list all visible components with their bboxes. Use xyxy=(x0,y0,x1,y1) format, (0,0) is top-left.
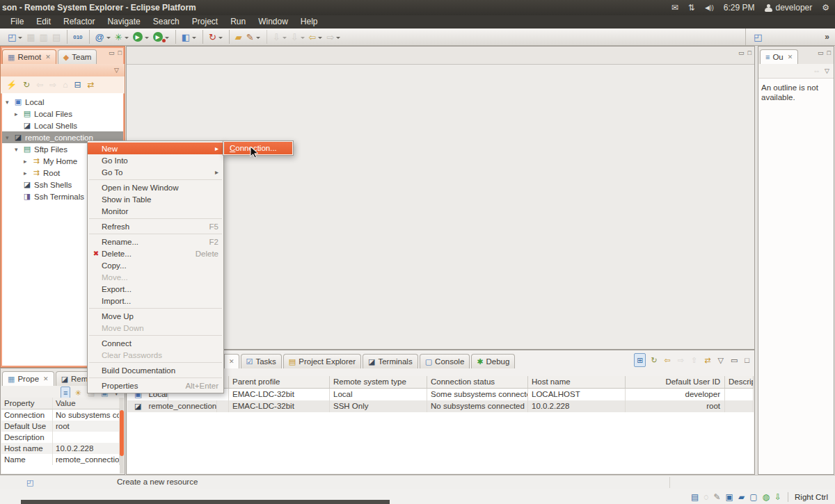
annotation-button[interactable]: ✎ xyxy=(244,30,262,44)
menu-item-export[interactable]: Export... ▸ xyxy=(88,283,223,295)
maximize-icon[interactable]: □ xyxy=(827,49,831,56)
view-menu-icon[interactable]: ▽ xyxy=(825,67,829,74)
session-gear-icon[interactable]: ⚙ xyxy=(822,3,829,13)
column-header-remote-system-type[interactable]: Remote system type xyxy=(330,376,427,388)
open-folder-button[interactable]: ▰ xyxy=(229,30,244,44)
save-button[interactable]: ▦ xyxy=(24,30,37,44)
menu-item-move-down[interactable]: Move Down ▸ xyxy=(88,322,223,334)
tree-item-local-files[interactable]: ▸ ▤ Local Files xyxy=(2,108,123,120)
column-header-description[interactable]: Description xyxy=(725,376,754,388)
tab-debug[interactable]: ✱ Debug xyxy=(471,354,515,368)
up-button[interactable]: ⇧ xyxy=(689,354,699,366)
menu-item-show-in-table[interactable]: Show in Table ▸ xyxy=(88,193,223,205)
mail-icon[interactable]: ✉ xyxy=(671,3,678,13)
menu-bar-item[interactable]: Navigate xyxy=(101,15,146,29)
menu-item-go-into[interactable]: Go Into ▸ xyxy=(88,154,223,166)
expander-icon[interactable]: ▾ xyxy=(15,146,22,153)
menu-item-new[interactable]: New ▸ xyxy=(88,143,223,154)
expander-icon[interactable]: ▾ xyxy=(6,134,13,141)
expander-icon[interactable]: ▾ xyxy=(6,99,13,106)
menu-item-rename[interactable]: Rename... F2 ▸ xyxy=(88,236,223,247)
forward-button[interactable]: ⇨ xyxy=(676,354,686,366)
hdd-icon[interactable]: ▤ xyxy=(691,493,699,501)
menu-item-refresh[interactable]: Refresh F5 ▸ xyxy=(88,220,223,232)
shared-folder-icon[interactable]: ▰ xyxy=(738,493,745,501)
binary-console-button[interactable]: 010 xyxy=(67,30,84,44)
user-menu[interactable]: developer xyxy=(765,3,813,13)
show-advanced-button[interactable]: ✳ xyxy=(72,387,83,398)
tab-console[interactable]: ▢ Console xyxy=(420,354,470,368)
next-edit-location-button[interactable]: ⇩ xyxy=(289,30,307,44)
maximize-icon[interactable]: □ xyxy=(118,49,122,56)
menu-bar-item[interactable]: Window xyxy=(252,15,294,29)
menu-item-import[interactable]: Import... ▸ xyxy=(88,295,223,307)
menu-item-go-to[interactable]: Go To ▸ xyxy=(88,166,223,178)
column-header-value[interactable]: Value xyxy=(53,398,120,409)
view-menu-button[interactable]: ▽ xyxy=(715,354,725,366)
menu-bar-item[interactable]: Help xyxy=(294,15,324,29)
mail-button[interactable]: @ xyxy=(89,30,113,44)
table-row-remote-connection[interactable]: ◪remote_connection EMAC-LDC-32bit SSH On… xyxy=(127,400,754,412)
define-connection-button[interactable]: ⚡ xyxy=(4,78,19,92)
tab-remote-systems-details-partial[interactable]: ✕ xyxy=(224,354,239,368)
tab-remote-systems[interactable]: ▦ Remot ✕ xyxy=(2,49,56,64)
tab-team[interactable]: ◆ Team ✕ xyxy=(58,49,97,64)
menu-item-copy[interactable]: Copy... ▸ xyxy=(88,259,223,271)
expander-icon[interactable]: ▸ xyxy=(24,158,31,165)
menu-item-move-up[interactable]: Move Up ▸ xyxy=(88,310,223,322)
properties-scrollbar[interactable] xyxy=(120,398,124,473)
maximize-button[interactable]: □ xyxy=(742,354,752,366)
minimize-button[interactable]: ▭ xyxy=(729,354,740,366)
open-perspective-button[interactable]: ◰ xyxy=(752,30,764,44)
serial-icon[interactable]: ✎ xyxy=(714,493,721,501)
tree-item-local[interactable]: ▾ ▣ Local xyxy=(2,96,123,108)
property-row-host-name[interactable]: Host name 10.0.2.228 xyxy=(1,443,120,454)
menu-item-monitor[interactable]: Monitor ▸ xyxy=(88,205,223,217)
menu-bar-item[interactable]: Search xyxy=(147,15,186,29)
menu-item-clear-passwords[interactable]: Clear Passwords ▸ xyxy=(88,349,223,361)
menu-item-build-documentation[interactable]: Build Documentation ▸ xyxy=(88,364,223,376)
external-tools-button[interactable]: ▶ xyxy=(151,30,171,44)
menu-bar-item[interactable]: File xyxy=(4,15,30,29)
refresh-button[interactable]: ↻ xyxy=(649,354,659,366)
property-row-default-user[interactable]: Default Use root xyxy=(1,421,120,432)
close-icon[interactable]: ✕ xyxy=(229,358,234,365)
back-history-button[interactable]: ⇦ xyxy=(307,30,325,44)
tab-properties[interactable]: ▦ Prope ✕ xyxy=(2,371,54,386)
minimize-icon[interactable]: ▭ xyxy=(818,49,824,56)
menu-item-properties[interactable]: Properties Alt+Enter ▸ xyxy=(88,380,223,391)
forward-history-button[interactable]: ⇨ xyxy=(324,30,342,44)
menu-bar-item[interactable]: Refactor xyxy=(57,15,101,29)
property-row-connection-status[interactable]: Connection No subsystems con xyxy=(1,409,120,421)
switch-view-button[interactable]: ⇄ xyxy=(702,354,713,366)
features-icon[interactable]: ◍ xyxy=(763,493,770,501)
menu-item-delete[interactable]: ✖ Delete... Delete ▸ xyxy=(88,247,223,259)
property-row-name[interactable]: Name remote_connection xyxy=(1,454,120,465)
volume-icon[interactable]: ◀)) xyxy=(705,4,714,11)
network-icon[interactable]: ▣ xyxy=(726,493,733,501)
save-all-button[interactable]: ▥ xyxy=(38,30,50,44)
minimize-icon[interactable]: ▭ xyxy=(109,49,115,56)
tab-outline[interactable]: ≡ Ou ✕ xyxy=(760,49,798,64)
restart-button[interactable]: ↻ xyxy=(202,30,225,44)
forward-button[interactable]: ⇨ xyxy=(47,78,58,92)
tab-project-explorer[interactable]: ▤ Project Explorer xyxy=(283,354,361,368)
close-icon[interactable]: ✕ xyxy=(45,54,51,60)
minimize-icon[interactable]: ▭ xyxy=(738,49,745,56)
column-header-connection-status[interactable]: Connection status xyxy=(427,376,528,388)
close-icon[interactable]: ✕ xyxy=(43,375,49,382)
cdrom-icon[interactable]: ◌ xyxy=(703,493,708,501)
column-header-host-name[interactable]: Host name xyxy=(528,376,626,388)
show-view-button[interactable]: ◧ xyxy=(175,30,198,44)
menu-item-move[interactable]: Move... ▸ xyxy=(88,271,223,283)
column-header-property[interactable]: Property xyxy=(1,398,53,409)
menu-item-open-in-new-window[interactable]: Open in New Window ▸ xyxy=(88,181,223,193)
tree-item-local-shells[interactable]: ◪ Local Shells xyxy=(2,120,123,131)
scrollbar-thumb[interactable] xyxy=(120,410,124,456)
menu-bar-item[interactable]: Edit xyxy=(30,15,57,29)
last-edit-location-button[interactable]: ⇩ xyxy=(267,30,289,44)
maximize-icon[interactable]: □ xyxy=(748,49,752,56)
menu-bar-item[interactable]: Project xyxy=(186,15,224,29)
close-icon[interactable]: ✕ xyxy=(788,54,793,60)
perspective-overflow-icon[interactable]: » xyxy=(825,32,829,42)
